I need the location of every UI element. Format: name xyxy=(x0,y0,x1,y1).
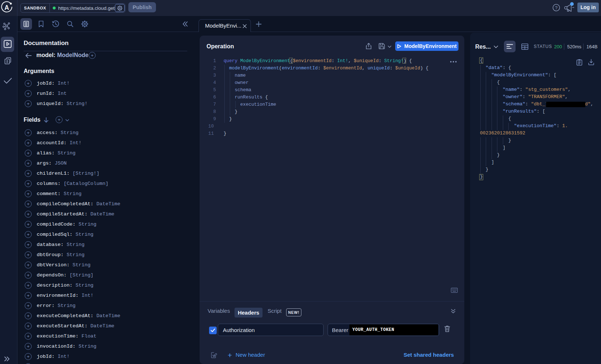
svg-text:?: ? xyxy=(555,5,558,11)
svg-text:A: A xyxy=(4,4,9,11)
